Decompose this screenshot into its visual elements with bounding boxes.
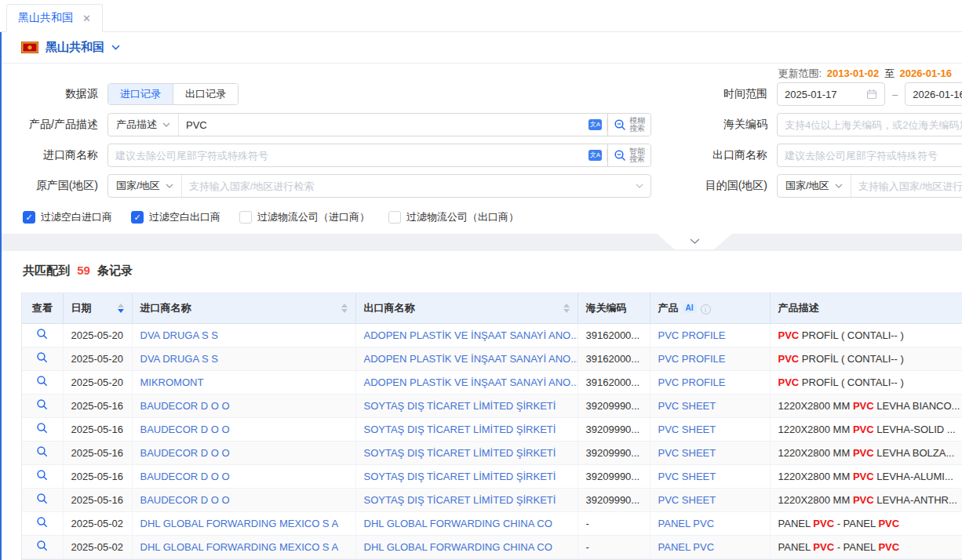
product-link[interactable]: PVC PROFILE	[658, 376, 726, 388]
exporter-link[interactable]: SOYTAŞ DIŞ TİCARET LİMİTED ŞİRKETİ	[364, 424, 556, 435]
exporter-link[interactable]: SOYTAŞ DIŞ TİCARET LİMİTED ŞİRKETİ	[364, 400, 556, 412]
importer-link[interactable]: BAUDECOR D O O	[140, 471, 230, 482]
product-link[interactable]: PVC SHEET	[658, 494, 716, 506]
view-record-button[interactable]	[36, 469, 48, 481]
cell-hs-code: 39209990...	[578, 441, 650, 464]
exporter-link[interactable]: ADOPEN PLASTİK VE İNŞAAT SANAYİ ANO...	[364, 353, 578, 365]
destination-country-input[interactable]	[851, 175, 962, 197]
exporter-link[interactable]: SOYTAŞ DIŞ TİCARET LİMİTED ŞİRKETİ	[364, 471, 556, 482]
sort-date-icon[interactable]	[118, 304, 124, 313]
product-type-select[interactable]: 产品描述	[108, 114, 179, 136]
product-input[interactable]	[179, 114, 588, 136]
cell-importer: BAUDECOR D O O	[132, 417, 355, 441]
importer-link[interactable]: DVA DRUGA S S	[140, 353, 218, 365]
col-importer[interactable]: 进口商名称	[132, 293, 355, 323]
product-link[interactable]: PVC SHEET	[658, 424, 716, 435]
cell-exporter: DHL GLOBAL FORWARDING CHINA CO	[355, 511, 578, 535]
cell-exporter: ADOPEN PLASTİK VE İNŞAAT SANAYİ ANO...	[355, 347, 578, 370]
destination-country-label: 目的国(地区)	[659, 179, 777, 193]
country-title[interactable]: 黑山共和国	[46, 40, 104, 55]
importer-link[interactable]: BAUDECOR D O O	[140, 494, 230, 506]
col-exporter[interactable]: 出口商名称	[355, 293, 578, 323]
cell-product: PVC PROFILE	[650, 347, 770, 370]
view-record-button[interactable]	[36, 422, 48, 434]
translate-icon[interactable]: 文A	[588, 150, 602, 161]
cell-date: 2025-05-16	[63, 441, 132, 464]
importer-link[interactable]: BAUDECOR D O O	[140, 447, 230, 459]
importer-link[interactable]: DHL GLOBAL FORWARDING MEXICO S A	[140, 541, 339, 553]
hs-code-input[interactable]	[777, 113, 962, 136]
importer-input[interactable]	[108, 144, 588, 166]
checkbox-unchecked-icon[interactable]	[239, 211, 252, 224]
importer-link[interactable]: BAUDECOR D O O	[140, 424, 230, 435]
filter-checkbox-2[interactable]: ✓过滤空白出口商	[131, 210, 220, 224]
product-type-value: 产品描述	[116, 118, 157, 132]
checkbox-checked-icon[interactable]: ✓	[131, 211, 144, 224]
cell-description: PVC PROFİL ( CONTALI-- )	[770, 370, 962, 394]
date-start-input[interactable]: 2025-01-17	[777, 82, 885, 106]
view-record-button[interactable]	[36, 375, 48, 387]
exporter-link[interactable]: SOYTAŞ DIŞ TİCARET LİMİTED ŞİRKETİ	[364, 494, 556, 506]
filter-checkbox-3[interactable]: 过滤物流公司（进口商）	[239, 210, 370, 224]
exporter-link[interactable]: SOYTAŞ DIŞ TİCARET LİMİTED ŞİRKETİ	[364, 447, 556, 459]
importer-link[interactable]: DVA DRUGA S S	[140, 329, 218, 341]
product-link[interactable]: PVC PROFILE	[658, 329, 726, 341]
exporter-input[interactable]	[777, 144, 962, 167]
view-record-button[interactable]	[36, 445, 48, 457]
checkbox-label: 过滤空白进口商	[41, 210, 112, 224]
cell-importer: DHL GLOBAL FORWARDING MEXICO S A	[132, 511, 355, 535]
product-link[interactable]: PVC SHEET	[658, 471, 716, 482]
tab-close-icon[interactable]: ✕	[82, 13, 91, 24]
sort-importer-icon[interactable]	[341, 304, 348, 313]
fuzzy-search-button[interactable]: 模糊搜索	[607, 114, 650, 136]
view-record-button[interactable]	[36, 493, 48, 504]
product-link[interactable]: PVC PROFILE	[658, 353, 726, 365]
importer-link[interactable]: MIKROMONT	[140, 376, 204, 388]
exporter-link[interactable]: DHL GLOBAL FORWARDING CHINA CO	[364, 518, 552, 529]
magnifier-icon	[614, 149, 626, 162]
cell-description: 1220X2800 MM PVC LEVHA-ALUMI...	[770, 464, 962, 488]
tab-label: 黑山共和国	[18, 11, 73, 25]
exporter-link[interactable]: ADOPEN PLASTİK VE İNŞAAT SANAYİ ANO...	[364, 329, 578, 341]
origin-country-select[interactable]: 国家/地区	[108, 175, 182, 197]
destination-country-select[interactable]: 国家/地区	[778, 175, 851, 197]
data-source-import-button[interactable]: 进口记录	[108, 84, 173, 104]
translate-icon[interactable]: 文A	[588, 119, 602, 130]
magnifier-icon	[36, 445, 48, 457]
date-end-input[interactable]: 2026-01-16	[905, 82, 962, 106]
product-link[interactable]: PVC SHEET	[658, 400, 716, 412]
product-link[interactable]: PANEL PVC	[658, 518, 715, 529]
view-record-button[interactable]	[36, 351, 48, 363]
cell-product: PVC SHEET	[650, 441, 770, 464]
cell-hs-code: 39209990...	[578, 417, 650, 441]
data-source-label: 数据源	[2, 87, 107, 101]
view-record-button[interactable]	[36, 516, 48, 528]
origin-country-input[interactable]	[182, 175, 636, 197]
view-record-button[interactable]	[36, 398, 48, 410]
view-record-button[interactable]	[36, 540, 48, 551]
table-body: 2025-05-20DVA DRUGA S SADOPEN PLASTİK VE…	[22, 323, 962, 558]
checkbox-unchecked-icon[interactable]	[388, 211, 401, 224]
cell-description: PANEL PVC - PANEL PVC	[770, 535, 962, 558]
product-link[interactable]: PVC SHEET	[658, 447, 716, 459]
view-record-button[interactable]	[36, 328, 48, 340]
importer-link[interactable]: BAUDECOR D O O	[140, 400, 230, 412]
filter-checkbox-4[interactable]: 过滤物流公司（出口商）	[388, 210, 519, 224]
filter-checkbox-1[interactable]: ✓过滤空白进口商	[23, 210, 112, 224]
smart-search-button[interactable]: 智能搜索	[607, 144, 650, 166]
exporter-link[interactable]: ADOPEN PLASTİK VE İNŞAAT SANAYİ ANO...	[364, 376, 578, 388]
cell-exporter: SOYTAŞ DIŞ TİCARET LİMİTED ŞİRKETİ	[355, 394, 578, 417]
collapse-panel-button[interactable]	[657, 234, 732, 249]
info-icon[interactable]: i	[701, 304, 711, 315]
tab-montenegro[interactable]: 黑山共和国 ✕	[6, 4, 103, 32]
sort-exporter-icon[interactable]	[563, 304, 570, 313]
col-date[interactable]: 日期	[63, 293, 132, 323]
checkbox-checked-icon[interactable]: ✓	[23, 211, 35, 224]
exporter-link[interactable]: DHL GLOBAL FORWARDING CHINA CO	[364, 541, 552, 553]
importer-link[interactable]: DHL GLOBAL FORWARDING MEXICO S A	[140, 518, 339, 529]
chevron-down-icon[interactable]	[111, 45, 120, 50]
product-link[interactable]: PANEL PVC	[658, 541, 715, 553]
cell-date: 2025-05-20	[63, 323, 132, 347]
cell-product: PVC SHEET	[650, 464, 770, 488]
data-source-export-button[interactable]: 出口记录	[173, 84, 238, 104]
